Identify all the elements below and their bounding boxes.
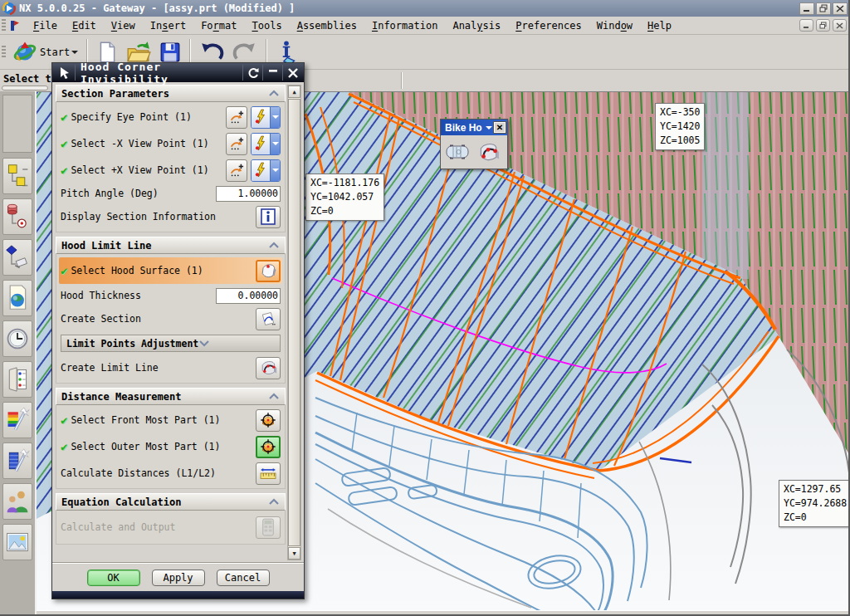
row-label: Select Outer Most Part (1) bbox=[71, 441, 220, 452]
roles-icon bbox=[5, 486, 30, 516]
subgroup-limit-points-adjustment[interactable]: Limit Points Adjustment bbox=[61, 335, 281, 352]
assembly-navigator-button[interactable] bbox=[2, 158, 32, 194]
scene-button[interactable] bbox=[2, 442, 32, 479]
menu-assemblies[interactable]: Assemblies bbox=[290, 18, 364, 33]
select-outer-part-button[interactable] bbox=[256, 436, 281, 458]
apply-button[interactable]: Apply bbox=[152, 570, 205, 586]
create-limit-line-button[interactable] bbox=[256, 357, 281, 379]
row-specify-eye-point: ✔ Specify Eye Point (1) bbox=[59, 104, 282, 130]
toolbar-dropdown-icon[interactable] bbox=[486, 126, 492, 133]
point-dialog-button[interactable] bbox=[226, 159, 247, 182]
doc-close-button[interactable] bbox=[833, 19, 847, 32]
floating-toolbar-close-button[interactable]: ✕ bbox=[494, 122, 506, 133]
point-dialog-button[interactable] bbox=[226, 106, 247, 129]
menu-tools[interactable]: Tools bbox=[245, 18, 290, 33]
images-icon bbox=[5, 527, 30, 557]
select-front-part-button[interactable] bbox=[256, 409, 281, 432]
collapse-chevron-up-icon[interactable] bbox=[268, 393, 280, 400]
dialog-reset-button[interactable] bbox=[242, 65, 262, 81]
visualization-button[interactable] bbox=[2, 402, 32, 438]
snap-dropdown-icon[interactable] bbox=[270, 107, 280, 128]
toolbar-drag-handle-2[interactable] bbox=[2, 46, 6, 59]
history-button[interactable] bbox=[2, 320, 32, 357]
toolbar-drag-handle[interactable] bbox=[2, 19, 6, 32]
point-snap-button[interactable] bbox=[251, 133, 281, 155]
group-title: Equation Calculation bbox=[61, 496, 182, 508]
close-button[interactable] bbox=[833, 2, 848, 15]
create-section-button[interactable] bbox=[256, 308, 281, 330]
collapse-chevron-down-icon[interactable] bbox=[198, 340, 210, 347]
dialog-title: Hood Corner Invisibility bbox=[81, 61, 242, 86]
menu-insert[interactable]: Insert bbox=[143, 18, 193, 33]
menu-information[interactable]: Information bbox=[364, 18, 445, 33]
palettes-button[interactable] bbox=[2, 361, 32, 398]
point-snap-button[interactable] bbox=[251, 159, 281, 182]
check-icon: ✔ bbox=[61, 110, 67, 124]
hood-thickness-input[interactable] bbox=[216, 288, 281, 304]
display-information-button[interactable] bbox=[256, 206, 281, 228]
doc-minimize-button[interactable] bbox=[799, 19, 813, 32]
car-display-button[interactable] bbox=[443, 139, 471, 165]
menu-format[interactable]: Format bbox=[193, 18, 244, 33]
menu-preferences[interactable]: Preferences bbox=[508, 18, 589, 33]
limit-curve-button[interactable] bbox=[474, 139, 502, 165]
menu-file[interactable]: File bbox=[26, 18, 65, 33]
collapse-chevron-up-icon[interactable] bbox=[268, 90, 280, 97]
collapse-chevron-up-icon[interactable] bbox=[268, 498, 280, 506]
group-header-equation-calculation[interactable]: Equation Calculation bbox=[56, 493, 286, 511]
dialog-close-button[interactable] bbox=[282, 65, 302, 81]
snap-dropdown-icon[interactable] bbox=[270, 134, 280, 154]
row-create-section: Create Section bbox=[59, 306, 282, 332]
scene-icon bbox=[5, 446, 30, 476]
restore-button[interactable] bbox=[816, 2, 831, 15]
scroll-down-button[interactable]: ▼ bbox=[288, 547, 300, 560]
group-header-hood-limit-line[interactable]: Hood Limit Line bbox=[56, 237, 286, 254]
row-label: Select -X View Point (1) bbox=[71, 138, 208, 149]
coord-line: XC=-1181.176 bbox=[310, 176, 379, 190]
dialog-minimize-button[interactable] bbox=[262, 65, 282, 81]
snap-dropdown-icon[interactable] bbox=[270, 160, 280, 181]
point-snap-button[interactable] bbox=[251, 106, 281, 129]
floating-toolbar-title-bar[interactable]: Bike Ho ✕ bbox=[441, 120, 507, 135]
menu-edit[interactable]: Edit bbox=[65, 18, 104, 33]
scrollbar-thumb[interactable] bbox=[288, 99, 300, 546]
menu-window[interactable]: Window bbox=[589, 18, 640, 33]
group-header-distance-measurement[interactable]: Distance Measurement bbox=[56, 388, 286, 405]
car-top-view-icon bbox=[445, 144, 470, 160]
scroll-up-button[interactable]: ▲ bbox=[288, 86, 300, 98]
snap-point-icon bbox=[252, 107, 270, 128]
select-face-button[interactable] bbox=[256, 260, 281, 282]
calculate-distances-button[interactable] bbox=[256, 462, 281, 485]
check-icon: ✔ bbox=[61, 413, 67, 427]
constraint-navigator-button[interactable] bbox=[2, 198, 32, 235]
part-navigator-button[interactable] bbox=[2, 239, 32, 276]
coord-line: YC=974.2688 bbox=[784, 496, 847, 511]
row-select-outer-most-part: ✔ Select Outer Most Part (1) bbox=[59, 433, 282, 460]
dialog-scrollbar[interactable]: ▲ ▼ bbox=[287, 85, 301, 560]
group-title: Hood Limit Line bbox=[61, 240, 151, 252]
row-select-front-most-part: ✔ Select Front Most Part (1) bbox=[59, 407, 282, 433]
window-title-bar[interactable]: NX 5.0.0.25 - Gateway - [assy.prt (Modif… bbox=[0, 0, 850, 17]
roles-button[interactable] bbox=[2, 483, 32, 520]
check-icon: ✔ bbox=[61, 264, 67, 277]
pitch-angle-input[interactable] bbox=[216, 186, 281, 202]
images-button[interactable] bbox=[2, 524, 32, 560]
group-header-section-parameters[interactable]: Section Parameters bbox=[56, 85, 286, 102]
dialog-title-bar[interactable]: Hood Corner Invisibility bbox=[52, 63, 304, 82]
minimize-button[interactable] bbox=[799, 2, 814, 15]
menu-bar: FileEditViewInsertFormatToolsAssembliesI… bbox=[0, 17, 850, 35]
cancel-button[interactable]: Cancel bbox=[217, 570, 270, 586]
resource-blank-tab[interactable] bbox=[2, 95, 32, 153]
ok-button[interactable]: OK bbox=[87, 570, 140, 586]
doc-restore-button[interactable] bbox=[816, 19, 830, 32]
menu-help[interactable]: Help bbox=[640, 18, 679, 33]
floating-toolbar[interactable]: Bike Ho ✕ bbox=[440, 119, 508, 169]
calculate-output-button bbox=[256, 516, 281, 539]
collapse-chevron-up-icon[interactable] bbox=[268, 242, 280, 249]
menu-analysis[interactable]: Analysis bbox=[445, 18, 508, 33]
info-icon bbox=[276, 40, 297, 65]
dialog-button-row: OK Apply Cancel bbox=[52, 563, 304, 591]
menu-view[interactable]: View bbox=[104, 18, 143, 33]
point-dialog-button[interactable] bbox=[226, 133, 247, 155]
internet-browser-button[interactable] bbox=[2, 280, 32, 316]
